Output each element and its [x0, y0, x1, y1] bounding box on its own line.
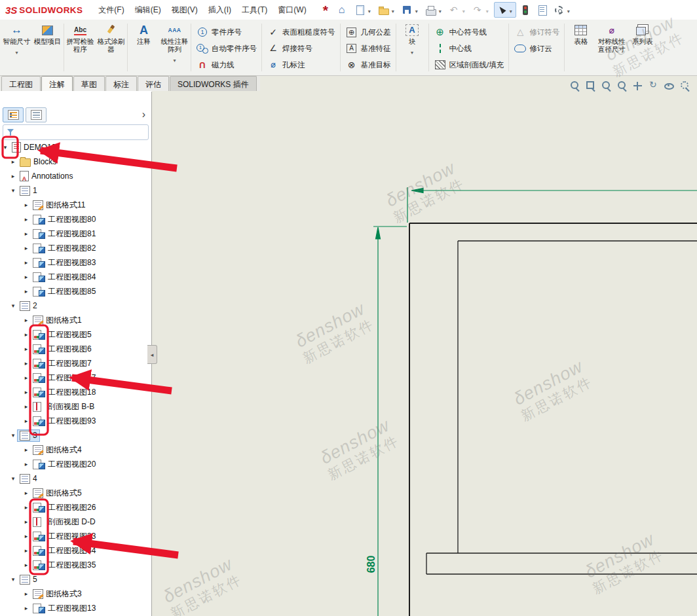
expand-arrow-icon[interactable]: [22, 230, 30, 237]
zoom-out-icon[interactable]: [616, 81, 628, 91]
tree-item-body[interactable]: 剖面视图 B-B: [30, 400, 97, 414]
tree-item[interactable]: 3: [0, 428, 151, 443]
commandmanager-tab[interactable]: 标注: [105, 76, 137, 91]
expand-arrow-icon[interactable]: [22, 216, 30, 223]
menu-item[interactable]: 文件(F): [93, 1, 129, 19]
tree-item[interactable]: 工程图视图7: [0, 356, 151, 371]
expand-arrow-icon[interactable]: [1, 144, 9, 151]
expand-arrow-icon[interactable]: [9, 432, 17, 439]
ribbon-button[interactable]: 智能尺寸: [1, 23, 32, 57]
ribbon-button[interactable]: 基准目标: [343, 57, 394, 73]
tree-item[interactable]: 工程图视图18: [0, 385, 151, 399]
tree-item[interactable]: 图纸格式5: [0, 486, 151, 500]
tree-item[interactable]: 工程图视图81: [0, 226, 151, 241]
zoom-area-icon[interactable]: [585, 81, 596, 91]
tree-item-body[interactable]: 工程图视图85: [30, 285, 98, 299]
tree-item[interactable]: 图纸格式1: [0, 313, 151, 327]
expand-arrow-icon[interactable]: [22, 461, 30, 467]
tree-item-body[interactable]: 工程图视图17: [30, 371, 98, 385]
tree-item[interactable]: Blocks: [0, 154, 151, 169]
expand-arrow-icon[interactable]: [22, 245, 30, 251]
ribbon-button[interactable]: 表面粗糙度符号: [264, 24, 338, 40]
dropdown-arrow-icon[interactable]: [390, 4, 396, 16]
tree-item[interactable]: 1: [0, 183, 151, 198]
expand-arrow-icon[interactable]: [22, 259, 30, 266]
expand-arrow-icon[interactable]: [22, 518, 30, 525]
tree-item-body[interactable]: 工程图视图93: [30, 414, 98, 428]
ribbon-button[interactable]: 修订云: [511, 41, 562, 56]
commandmanager-tab[interactable]: 草图: [73, 76, 105, 91]
tree-item-body[interactable]: 工程图视图82: [30, 242, 98, 255]
ribbon-button[interactable]: 基准特征: [343, 41, 394, 56]
ribbon-button[interactable]: 块: [397, 23, 428, 57]
tree-item-body[interactable]: 工程图视图34: [30, 544, 98, 558]
tree-item[interactable]: 工程图视图82: [0, 241, 151, 255]
tree-item-body[interactable]: 工程图视图20: [30, 458, 98, 471]
tree-item[interactable]: 工程图视图5: [0, 327, 151, 342]
menu-item[interactable]: 窗口(W): [273, 1, 311, 19]
tree-item-body[interactable]: 5: [17, 573, 40, 586]
tree-item[interactable]: 图纸格式3: [0, 587, 151, 601]
expand-arrow-icon[interactable]: [22, 562, 30, 568]
tree-item[interactable]: DEMO10: [0, 140, 151, 154]
expand-arrow-icon[interactable]: [9, 576, 17, 583]
dropdown-arrow-icon[interactable]: [409, 45, 415, 57]
expand-arrow-icon[interactable]: [22, 504, 30, 511]
expand-arrow-icon[interactable]: [22, 403, 30, 410]
expand-arrow-icon[interactable]: [22, 533, 30, 539]
dropdown-arrow-icon[interactable]: [14, 45, 20, 57]
display-manager-tab[interactable]: [26, 107, 47, 122]
tree-item[interactable]: 工程图视图80: [0, 212, 151, 226]
ribbon-button[interactable]: 焊接符号: [264, 41, 338, 56]
ribbon-button[interactable]: 孔标注: [264, 57, 338, 73]
performance-light-button[interactable]: [518, 3, 533, 18]
commandmanager-tab[interactable]: 工程图: [1, 76, 41, 91]
ribbon-button[interactable]: 中心线: [431, 41, 507, 56]
ribbon-button[interactable]: 磁力线: [193, 57, 259, 73]
save-button[interactable]: [400, 2, 422, 18]
tree-item-body[interactable]: DEMO10: [9, 141, 58, 154]
tree-item-body[interactable]: 4: [17, 473, 40, 485]
tree-item-body[interactable]: 图纸格式5: [30, 486, 85, 500]
rotate-view-icon[interactable]: [648, 81, 659, 91]
ribbon-button[interactable]: 拼写检验程序: [65, 23, 96, 53]
tree-item-body[interactable]: 3: [17, 429, 40, 442]
tree-item-body[interactable]: 图纸格式11: [30, 198, 88, 212]
expand-arrow-icon[interactable]: [22, 418, 30, 424]
dimension-value[interactable]: 680: [366, 556, 377, 573]
tree-item[interactable]: 4: [0, 471, 151, 486]
tree-item[interactable]: 工程图视图33: [0, 529, 151, 543]
ribbon-button[interactable]: 系列表: [627, 23, 658, 45]
print-button[interactable]: [423, 2, 445, 18]
tree-item-body[interactable]: 工程图视图5: [30, 328, 94, 342]
ribbon-button[interactable]: 线性注释阵列: [159, 23, 190, 65]
tree-item[interactable]: 工程图视图26: [0, 500, 151, 515]
expand-arrow-icon[interactable]: [9, 173, 17, 179]
drawing-canvas[interactable]: 680: [152, 76, 697, 616]
task-list-button[interactable]: [535, 3, 550, 18]
menu-item[interactable]: 编辑(E): [130, 1, 166, 19]
tree-item[interactable]: 剖面视图 B-B: [0, 399, 151, 414]
tree-item-body[interactable]: 图纸格式4: [30, 443, 85, 457]
ribbon-button[interactable]: 零件序号: [193, 24, 259, 40]
home-button[interactable]: [335, 3, 351, 18]
hide-show-items-icon[interactable]: [664, 81, 675, 91]
tree-item-body[interactable]: 工程图视图6: [30, 342, 94, 356]
pan-icon[interactable]: [632, 81, 643, 91]
select-cursor-button[interactable]: [494, 2, 516, 18]
expand-arrow-icon[interactable]: [22, 331, 30, 338]
expand-arrow-icon[interactable]: [22, 389, 30, 395]
expand-arrow-icon[interactable]: [9, 158, 17, 165]
tree-item-body[interactable]: 2: [17, 300, 40, 312]
ribbon-button[interactable]: 自动零件序号: [193, 41, 259, 56]
tree-item[interactable]: 5: [0, 572, 151, 587]
ribbon-button[interactable]: 区域剖面线/填充: [431, 57, 507, 73]
tree-item-body[interactable]: 剖面视图 D-D: [30, 515, 98, 529]
commandmanager-tab[interactable]: SOLIDWORKS 插件: [170, 76, 257, 91]
expand-arrow-icon[interactable]: [9, 475, 17, 482]
expand-arrow-icon[interactable]: [22, 274, 30, 280]
view-settings-icon[interactable]: [679, 81, 690, 91]
tree-item-body[interactable]: 工程图视图13: [30, 602, 98, 615]
ribbon-button[interactable]: 表格: [565, 23, 596, 45]
expand-arrow-icon[interactable]: [9, 187, 17, 194]
